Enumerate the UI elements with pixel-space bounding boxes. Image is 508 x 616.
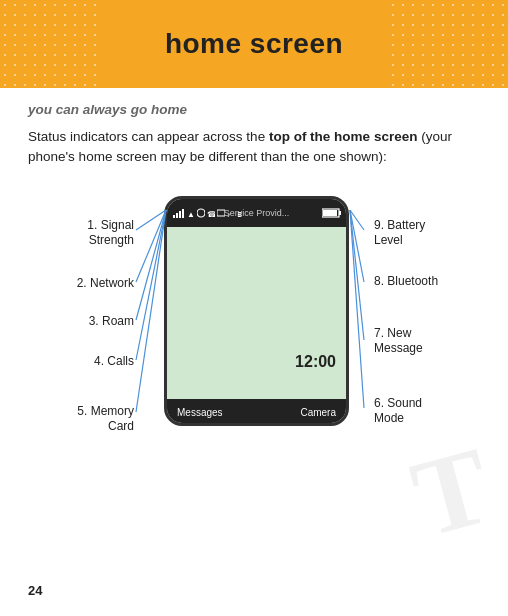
phone-screen: 12:00 bbox=[167, 227, 346, 399]
svg-rect-12 bbox=[323, 210, 337, 216]
header-dots-left bbox=[0, 0, 100, 88]
messages-button[interactable]: Messages bbox=[177, 407, 223, 418]
label-6: 6. SoundMode bbox=[374, 396, 474, 427]
carrier-text: Service Provid... bbox=[224, 208, 290, 218]
network-icon: ▲ bbox=[187, 208, 195, 218]
page-number: 24 bbox=[28, 583, 42, 598]
svg-line-13 bbox=[136, 210, 166, 230]
description: Status indicators can appear across the … bbox=[28, 127, 480, 168]
svg-line-16 bbox=[136, 210, 166, 360]
label-8: 8. Bluetooth bbox=[374, 274, 474, 290]
svg-rect-2 bbox=[179, 211, 181, 218]
svg-rect-3 bbox=[182, 209, 184, 218]
svg-line-18 bbox=[350, 210, 364, 230]
page-header: home screen bbox=[0, 0, 508, 88]
description-bold: top of the home screen bbox=[269, 129, 418, 144]
label-5: 5. MemoryCard bbox=[44, 404, 134, 435]
svg-rect-1 bbox=[176, 213, 178, 218]
svg-line-21 bbox=[350, 210, 364, 408]
phone-status-bar: ▲ ☎ ♪ ʙ bbox=[167, 199, 346, 227]
phone-device: ▲ ☎ ♪ ʙ bbox=[164, 196, 349, 426]
label-9: 9. BatteryLevel bbox=[374, 218, 474, 249]
phone-diagram: 1. SignalStrength 2. Network 3. Roam 4. … bbox=[34, 186, 474, 496]
label-1: 1. SignalStrength bbox=[44, 218, 134, 249]
header-dots-right bbox=[388, 0, 508, 88]
call-icon: ☎ bbox=[207, 208, 215, 218]
svg-text:▲: ▲ bbox=[187, 210, 195, 218]
signal-icon bbox=[173, 208, 185, 218]
label-4: 4. Calls bbox=[44, 354, 134, 370]
content-area: you can always go home Status indicators… bbox=[0, 88, 508, 510]
description-plain: Status indicators can appear across the bbox=[28, 129, 269, 144]
svg-rect-11 bbox=[339, 211, 341, 215]
svg-line-17 bbox=[136, 210, 166, 412]
svg-point-5 bbox=[197, 209, 205, 217]
phone-bottom-bar: Messages Camera bbox=[167, 399, 346, 426]
label-3: 3. Roam bbox=[44, 314, 134, 330]
svg-rect-0 bbox=[173, 215, 175, 218]
subtitle: you can always go home bbox=[28, 102, 480, 117]
svg-text:☎: ☎ bbox=[207, 210, 215, 218]
phone-time: 12:00 bbox=[295, 353, 336, 371]
svg-line-15 bbox=[136, 210, 166, 320]
label-2: 2. Network bbox=[44, 276, 134, 292]
label-7: 7. NewMessage bbox=[374, 326, 474, 357]
camera-button[interactable]: Camera bbox=[300, 407, 336, 418]
svg-line-20 bbox=[350, 210, 364, 340]
roam-icon bbox=[197, 208, 205, 218]
svg-line-14 bbox=[136, 210, 166, 282]
svg-line-19 bbox=[350, 210, 364, 282]
page-title: home screen bbox=[165, 28, 343, 60]
battery-icon bbox=[322, 208, 342, 218]
